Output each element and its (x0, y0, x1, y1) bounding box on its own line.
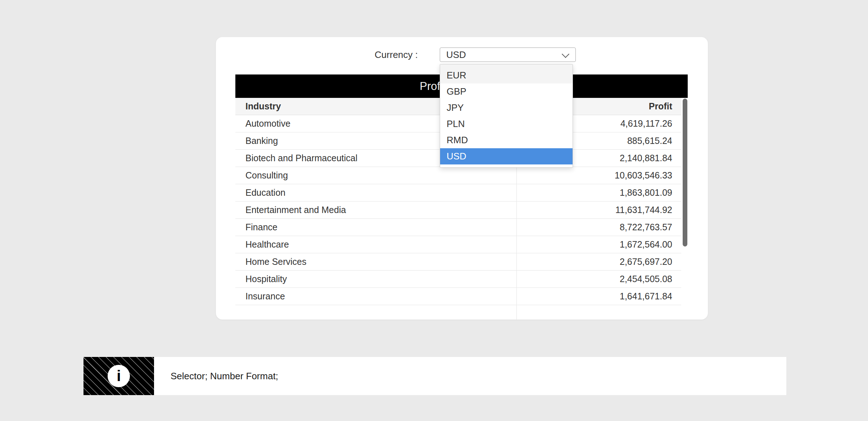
profit-cell: 1,672,564.00 (620, 239, 681, 250)
currency-option[interactable]: PLN (440, 116, 573, 132)
footnote-hatch-box: i (83, 357, 154, 395)
industry-cell: Healthcare (235, 239, 620, 250)
report-card: Currency : USD Profit by Industry Indust… (216, 37, 708, 320)
industry-cell: Insurance (235, 291, 620, 302)
info-icon: i (108, 365, 130, 387)
currency-select[interactable]: USD (440, 47, 576, 62)
column-header-profit: Profit (649, 101, 681, 112)
currency-option[interactable]: EUR (440, 67, 573, 83)
profit-cell: 11,631,744.92 (615, 205, 681, 215)
currency-option[interactable]: GBP (440, 83, 573, 100)
profit-cell: 885,615.24 (627, 136, 681, 146)
profit-cell: 2,454,505.08 (620, 274, 681, 284)
footnote-text: Selector; Number Format; (171, 371, 278, 382)
table-row: Healthcare 1,672,564.00 (235, 236, 681, 253)
industry-cell: Education (235, 187, 620, 198)
currency-label: Currency : (216, 47, 418, 62)
table-row: Finance 8,722,763.57 (235, 219, 681, 236)
table-row: Entertainment and Media 11,631,744.92 (235, 202, 681, 219)
profit-cell: 1,863,801.09 (620, 187, 681, 198)
chevron-down-icon (562, 50, 569, 58)
industry-cell: Hospitality (235, 274, 620, 284)
table-row: Consulting 10,603,546.33 (235, 167, 681, 184)
industry-cell: Entertainment and Media (235, 205, 615, 215)
profit-cell: 4,619,117.26 (620, 118, 681, 129)
industry-cell: Home Services (235, 257, 620, 267)
currency-option[interactable]: RMD (440, 132, 573, 148)
table-row: Education 1,863,801.09 (235, 184, 681, 202)
currency-option[interactable]: USD (440, 148, 573, 164)
currency-select-value: USD (446, 49, 466, 60)
profit-cell: 2,675,697.20 (620, 257, 681, 267)
profit-cell: 10,603,546.33 (615, 170, 681, 181)
currency-dropdown-list: EURGBPJPYPLNRMDUSD (440, 64, 573, 168)
profit-cell: 2,140,881.84 (620, 153, 681, 163)
profit-cell: 8,722,763.57 (620, 222, 681, 232)
industry-cell: Consulting (235, 170, 615, 181)
profit-cell: 1,641,671.84 (620, 291, 681, 302)
scrollbar-thumb[interactable] (683, 99, 687, 246)
currency-option[interactable]: JPY (440, 100, 573, 116)
page-background: Currency : USD Profit by Industry Indust… (0, 0, 868, 421)
table-row: Insurance 1,641,671.84 (235, 288, 681, 305)
table-row: Home Services 2,675,697.20 (235, 253, 681, 271)
table-row: Hospitality 2,454,505.08 (235, 271, 681, 288)
industry-cell: Finance (235, 222, 620, 232)
footnote-bar: Selector; Number Format; (154, 357, 786, 395)
